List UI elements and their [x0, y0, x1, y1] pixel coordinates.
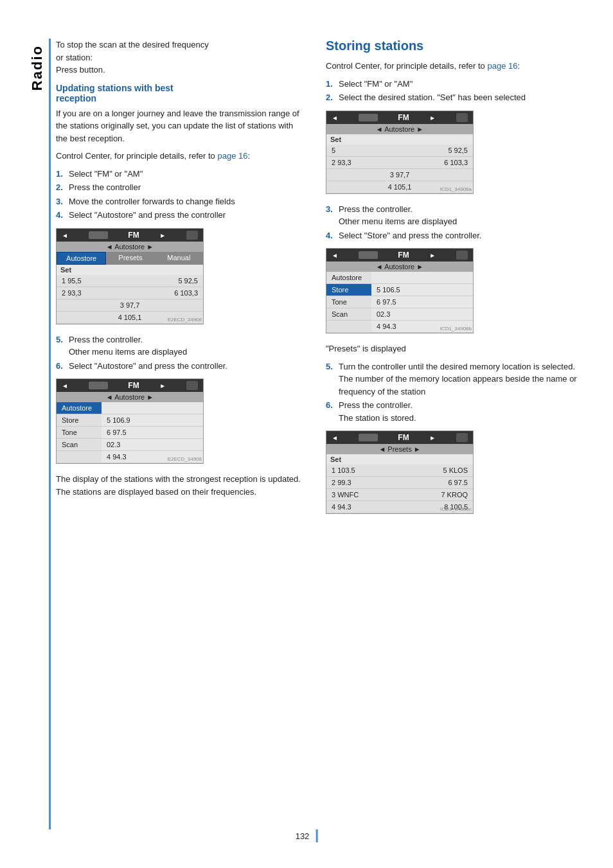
- screen-header-1: FM: [57, 229, 203, 242]
- screen-header-r2: FM: [326, 249, 473, 261]
- screen-tabs: Autostore Presets Manual: [57, 252, 203, 265]
- menu-row-r2-autostore: Autostore: [326, 272, 473, 284]
- section-heading-storing: Storing stations: [326, 39, 583, 53]
- menu-label-r2-tone: Tone: [326, 296, 371, 308]
- cell-r3-6: 6 97.5: [400, 477, 473, 489]
- cell-r3-3: 3 WNFC: [326, 489, 400, 501]
- arrow-right-icon: [159, 231, 166, 239]
- menu-label-store: Store: [57, 414, 102, 426]
- menu-label-autostore: Autostore: [57, 402, 102, 414]
- page-number: 132: [296, 831, 310, 841]
- fm-label-r3: FM: [398, 433, 409, 442]
- page-number-line: [315, 829, 317, 842]
- screen-sub-r2: ◄ Autostore ►: [326, 261, 473, 272]
- menu-row-r2-scan: Scan 02.3: [326, 308, 473, 321]
- screen-mock-2-left: FM ◄ Autostore ► Autostore Store 5 106.9: [56, 378, 204, 464]
- screen-header-2: FM: [57, 379, 203, 392]
- menu-value-r2-tone: 6 97.5: [371, 296, 473, 308]
- content-area: To stop the scan at the desired frequenc…: [56, 39, 587, 829]
- cell-r3-4: 4 94.3: [326, 501, 400, 513]
- arrow-right-icon-r3: [429, 434, 436, 441]
- page-link-right[interactable]: page 16: [487, 61, 517, 71]
- tab-presets[interactable]: Presets: [106, 252, 154, 265]
- step-4: 4. Select "Autostore" and press the cont…: [56, 209, 306, 222]
- section-body-right-1: Control Center, for principle details, r…: [326, 60, 583, 73]
- cell-r3-7kroq: 7 KROQ: [400, 489, 473, 501]
- page-link-1[interactable]: page 16: [217, 151, 247, 161]
- radio-icon-r3: [359, 434, 378, 441]
- screen-set-row: Set: [57, 265, 203, 275]
- right-step-3: 3. Press the controller.Other menu items…: [326, 203, 583, 228]
- menu-row-r2-tone: Tone 6 97.5: [326, 296, 473, 308]
- steps-list-2: 5. Press the controller.Other menu items…: [56, 333, 306, 373]
- fm-label-r2: FM: [398, 251, 409, 260]
- menu-label-scan: Scan: [57, 439, 102, 450]
- menu-value-r2-scan: 02.3: [371, 308, 473, 320]
- steps-list-1: 1. Select "FM" or "AM" 2. Press the cont…: [56, 168, 306, 222]
- arrow-left-icon-r1: [332, 114, 338, 121]
- fm-label: FM: [128, 231, 139, 240]
- arrow-left-icon-2: [62, 382, 68, 389]
- menu-value-tone: 6 97.5: [102, 427, 203, 438]
- cell-r1-293: 2 93,3: [326, 157, 400, 169]
- menu-label-r2-autostore: Autostore: [326, 272, 371, 283]
- screen-sub-autostore-2: ◄ Autostore ►: [57, 392, 203, 402]
- settings-icon-2: [186, 381, 198, 390]
- right-step-5: 5. Turn the controller until the desired…: [326, 360, 583, 398]
- arrow-left-icon: [62, 231, 68, 239]
- right-column: Storing stations Control Center, for pri…: [326, 39, 583, 829]
- watermark-1: E2ECD_34908: [168, 317, 202, 323]
- step-6: 6. Select "Autostore" and press the cont…: [56, 360, 306, 373]
- radio-icon-r2: [359, 251, 378, 259]
- bottom-text: The display of the stations with the str…: [56, 473, 306, 498]
- arrow-right-icon-2: [159, 382, 166, 389]
- section-heading-updating: Updating stations with best reception: [56, 83, 306, 103]
- step-1: 1. Select "FM" or "AM": [56, 168, 306, 181]
- cell-r1-592: 5 92,5: [400, 145, 473, 157]
- settings-icon: [186, 231, 198, 240]
- radio-icon-r1: [359, 114, 378, 121]
- settings-icon-r1: [456, 113, 468, 122]
- right-steps-list-1: 1. Select "FM" or "AM" 2. Select the des…: [326, 78, 583, 104]
- tab-manual[interactable]: Manual: [155, 252, 203, 265]
- presets-label: "Presets" is displayed: [326, 342, 583, 355]
- screen-mock-2-right: FM ◄ Autostore ► Autostore Store 5 106.5: [326, 248, 474, 333]
- right-step-2: 2. Select the desired station. "Set" has…: [326, 91, 583, 104]
- right-steps-list-3: 5. Turn the controller until the desired…: [326, 360, 583, 425]
- menu-label-r2-scan: Scan: [326, 308, 371, 320]
- right-step-6: 6. Press the controller.The station is s…: [326, 399, 583, 424]
- screen-sub-autostore: ◄ Autostore ►: [57, 242, 203, 252]
- screen-mock-1-left: FM ◄ Autostore ► Autostore Presets Manua…: [56, 228, 204, 324]
- screen-mock-3-right: FM ◄ Presets ► Set 1 103.5 5 KLOS 2 99.3…: [326, 430, 474, 514]
- tab-autostore[interactable]: Autostore: [57, 252, 106, 265]
- intro-text: To stop the scan at the desired frequenc…: [56, 39, 306, 76]
- cell-r1-397: 3 97,7: [326, 169, 473, 181]
- cell-r3-1: 1 103.5: [326, 465, 400, 477]
- right-step-1: 1. Select "FM" or "AM": [326, 78, 583, 91]
- menu-value-r2-store: 5 106.5: [371, 284, 473, 296]
- menu-row-r2-store: Store 5 106.5: [326, 284, 473, 296]
- cell-2-93: 2 93,3: [57, 287, 130, 299]
- screen-header-r1: FM: [326, 111, 473, 124]
- sidebar-label: Radio: [29, 45, 46, 91]
- arrow-right-icon-r2: [429, 251, 436, 259]
- screen-header-r3: FM: [326, 431, 473, 444]
- cell-5-92: 5 92,5: [130, 275, 203, 287]
- watermark-r2: ICD1_34908b: [440, 326, 472, 332]
- sidebar: Radio: [26, 39, 49, 829]
- menu-label-r2-empty: [326, 321, 371, 332]
- step-5: 5. Press the controller.Other menu items…: [56, 333, 306, 359]
- page-number-area: 132: [296, 829, 318, 842]
- step-3: 3. Move the controller forwards to chang…: [56, 195, 306, 208]
- screen-set-row-r1: Set: [326, 134, 473, 145]
- menu-value-r2-autostore: [371, 272, 473, 283]
- radio-icon-2: [89, 382, 108, 389]
- right-step-4: 4. Select "Store" and press the controll…: [326, 229, 583, 242]
- screen-mock-1-right: FM ◄ Autostore ► Set 5 5 92,5 2 93,3 6 1…: [326, 111, 474, 194]
- menu-value-scan: 02.3: [102, 439, 203, 450]
- left-column: To stop the scan at the desired frequenc…: [56, 39, 306, 829]
- menu-value-store: 5 106.9: [102, 414, 203, 426]
- watermark-r3: ICD1_34908c: [440, 506, 472, 512]
- radio-icon: [89, 231, 108, 239]
- blue-border-line: [49, 39, 51, 829]
